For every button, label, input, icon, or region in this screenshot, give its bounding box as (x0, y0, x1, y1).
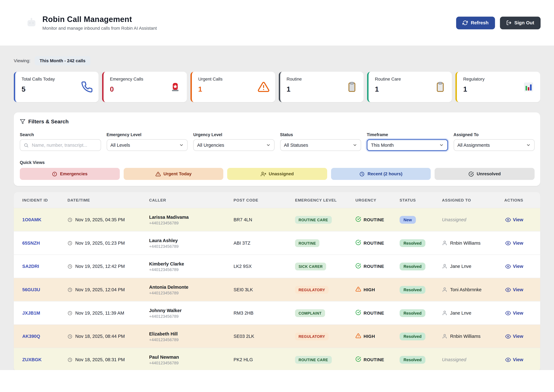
selected-value: All Levels (110, 142, 130, 148)
postcode-cell: LK2 9SX (225, 264, 287, 269)
postcode-cell: PK2 HLG (225, 357, 287, 362)
incident-id-link[interactable]: SA2DRI (14, 264, 59, 269)
viewing-badge: This Month - 242 calls (35, 56, 90, 65)
eye-icon (505, 357, 511, 363)
assigned-cell: Jane Lnve (434, 310, 494, 316)
caller-cell: Johnny Walker+440123456789 (141, 308, 225, 318)
clock-icon (67, 287, 72, 292)
robot-logo-icon (25, 16, 38, 29)
clock-icon (67, 357, 72, 362)
view-button[interactable]: View (494, 357, 532, 363)
incident-id-link[interactable]: JXJB1M (14, 310, 59, 316)
status-cell: Resolved (391, 239, 434, 247)
col-urgency: URGENCY (347, 198, 391, 202)
timeframe-group: Timeframe This Month (367, 132, 448, 151)
caller-cell: Elizabeth Hill+440123456789 (141, 331, 225, 342)
quick-view-label: Recent (2 hours) (367, 171, 402, 176)
quick-view-label: Unresolved (477, 171, 501, 176)
selected-value: All Statuses (284, 142, 308, 148)
quick-view-unassigned[interactable]: Unassigned (227, 168, 327, 180)
caller-cell: Kimberly Clarke+440123456789 (141, 261, 225, 272)
clock-icon (67, 310, 72, 315)
refresh-button[interactable]: Refresh (456, 16, 495, 29)
bar-chart-icon (523, 81, 535, 93)
col-datetime: DATE/TIME (59, 198, 141, 202)
view-button[interactable]: View (494, 240, 532, 246)
quick-view-urgent-today[interactable]: Urgent Today (124, 168, 223, 180)
assigned-cell: Toni Ashbrnnke (434, 287, 494, 292)
timeframe-label: Timeframe (367, 132, 448, 137)
check-circle-icon (355, 240, 361, 245)
clock-icon (67, 334, 72, 339)
selected-value: All Urgencies (197, 142, 224, 148)
emergency-level-cell: REGULATORY (287, 286, 347, 294)
incident-id-link[interactable]: AK390Q (14, 334, 59, 339)
view-button[interactable]: View (494, 217, 532, 223)
quick-view-unresolved[interactable]: Unresolved (435, 168, 534, 180)
refresh-label: Refresh (471, 20, 489, 26)
urgency-cell: ROUTINE (347, 309, 391, 316)
urgency-level-select[interactable]: All Urgencies (193, 139, 274, 151)
caller-cell: Larissa Madivama+440123456789 (141, 214, 225, 225)
caller-cell: Laura Ashley+440123456789 (141, 238, 225, 248)
main-content: Viewing: This Month - 242 calls Total Ca… (0, 46, 554, 370)
table-header-row: INCIDENT ID DATE/TIME CALLER POST CODE E… (14, 192, 540, 208)
table-row: JXJB1MNov 19, 2025, 11:39 AMJohnny Walke… (14, 301, 540, 325)
quick-view-emergencies[interactable]: Emergencies (20, 168, 119, 180)
incident-id-link[interactable]: ZUXBGK (14, 357, 59, 362)
assigned-name: Rnbin Williams (450, 334, 480, 339)
table-row: AK390QNov 18, 2025, 08:44 PMElizabeth Hi… (14, 324, 540, 348)
datetime-cell: Nov 18, 2025, 08:31 PM (59, 357, 141, 362)
filters-heading: Filters & Search (28, 119, 69, 125)
status-label: Status (280, 132, 361, 137)
quick-views-label: Quick Views (20, 160, 535, 165)
warning-triangle-icon (257, 81, 270, 93)
status-cell: Resolved (391, 262, 434, 270)
view-button[interactable]: View (494, 287, 532, 293)
clock-icon (67, 217, 72, 222)
incident-id-link[interactable]: 1O0AMK (14, 217, 59, 222)
refresh-icon (463, 20, 468, 26)
emergency-level-cell: COMPLAINT (287, 309, 347, 317)
urgency-cell: ROUTINE (347, 263, 391, 270)
col-caller: CALLER (141, 198, 225, 202)
view-button[interactable]: View (494, 333, 532, 339)
datetime-cell: Nov 19, 2025, 12:42 PM (59, 264, 141, 269)
timeframe-select[interactable]: This Month (367, 139, 448, 151)
clock-icon (360, 171, 365, 177)
eye-icon (505, 240, 511, 246)
check-circle-icon (355, 309, 361, 315)
urgency-level-group: Urgency Level All Urgencies (193, 132, 274, 151)
status-select[interactable]: All Statuses (280, 139, 361, 151)
assigned-to-select[interactable]: All Assignments (453, 139, 535, 151)
status-group: Status All Statuses (280, 132, 361, 151)
view-button[interactable]: View (494, 310, 532, 316)
chevron-down-icon (526, 143, 531, 147)
quick-view-recent[interactable]: Recent (2 hours) (331, 168, 431, 180)
status-cell: Resolved (391, 356, 434, 364)
status-cell: Resolved (391, 309, 434, 317)
person-icon (442, 240, 447, 246)
view-button[interactable]: View (494, 263, 532, 269)
emergency-level-select[interactable]: All Levels (107, 139, 188, 151)
eye-icon (505, 333, 511, 339)
quick-view-label: Unassigned (269, 171, 294, 176)
table-row: 1O0AMKNov 19, 2025, 04:35 PMLarissa Madi… (14, 208, 540, 231)
emergency-level-label: Emergency Level (107, 132, 188, 137)
incident-id-link[interactable]: 65SNZH (14, 240, 59, 246)
sign-out-label: Sign Out (514, 20, 534, 26)
chevron-down-icon (353, 143, 357, 147)
assigned-unassigned-text: Unassigned (442, 217, 466, 222)
check-circle-icon (355, 263, 361, 269)
status-cell: Resolved (391, 286, 434, 294)
person-icon (442, 287, 447, 292)
assigned-to-group: Assigned To All Assignments (453, 132, 535, 151)
clock-icon (67, 264, 72, 269)
incident-id-link[interactable]: 56GU3U (14, 287, 59, 292)
sign-out-button[interactable]: Sign Out (500, 16, 540, 29)
assigned-cell: Jane Lnve (434, 264, 494, 269)
col-actions: ACTIONS (494, 198, 532, 202)
search-input[interactable] (31, 142, 97, 148)
postcode-cell: SEI0 3LK (225, 287, 287, 292)
emergency-level-cell: ROUTINE (287, 239, 347, 247)
